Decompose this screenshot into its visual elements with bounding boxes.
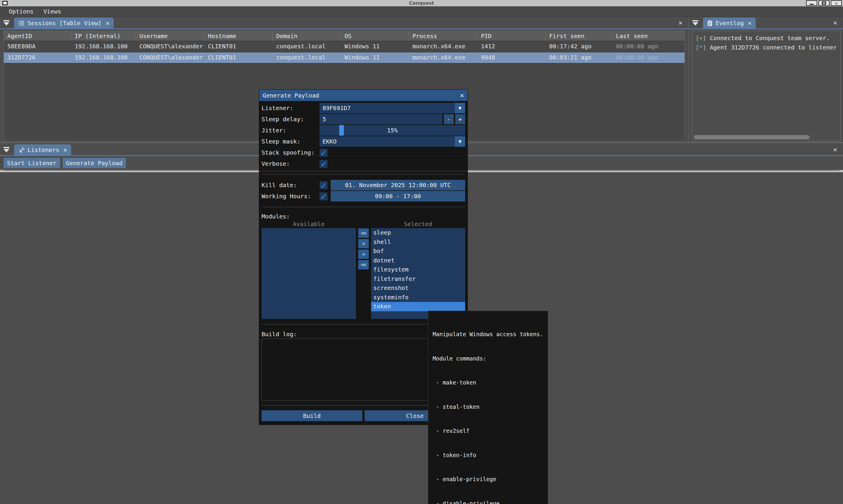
eventlog-panel-close-icon[interactable]: ✕ [833,19,837,26]
module-option-selected[interactable]: token [371,302,465,311]
eventlog-panel: Eventlog ✕ ✕ [+] Connected to Conquest t… [688,17,843,142]
chevron-down-icon[interactable]: ▼ [455,103,465,113]
success-badge: + [699,35,703,41]
tab-eventlog[interactable]: Eventlog ✕ [703,18,756,29]
column-header[interactable]: Callback Hosts [503,170,670,171]
sessions-panel-close-icon[interactable]: ✕ [679,19,682,26]
tab-sessions[interactable]: Sessions [Table View] ✕ [14,18,114,29]
stack-spoofing-checkbox[interactable]: ✓ [320,149,327,157]
kill-date-input[interactable]: 01. November 2025 12:00:00 UTC [331,180,465,190]
tab-eventlog-close-icon[interactable]: ✕ [748,20,752,26]
sleep-delay-decrement-button[interactable]: - [444,114,454,124]
module-option[interactable]: screenshot [371,284,465,293]
column-header[interactable]: First seen [546,31,612,41]
listener-value: 89F691D7 [323,105,351,112]
module-option[interactable]: shell [371,237,465,247]
module-option[interactable]: systeminfo [371,293,465,302]
column-header[interactable]: Process [409,31,478,41]
slider-handle[interactable] [339,125,344,136]
sleep-delay-value: 5 [323,116,326,123]
sleep-delay-row: Sleep delay: 5 - + [262,114,465,124]
sleep-delay-label: Sleep delay: [262,116,320,123]
module-option[interactable]: bof [371,247,465,256]
maximize-icon [822,1,826,5]
sessions-panel-header: Sessions [Table View] ✕ ✕ [0,17,688,29]
column-header[interactable]: Hostname [204,31,273,41]
module-option[interactable]: filesystem [371,265,465,274]
sleep-delay-increment-button[interactable]: + [455,114,465,124]
check-icon: ✓ [321,149,326,157]
eventlog-output: [+] Connected to Conquest team server. [… [692,31,841,141]
minimize-button[interactable] [806,0,817,6]
info-badge: * [699,44,703,51]
session-row-selected[interactable]: 312D7726 192.168.168.100 CONQUEST\alexan… [4,52,684,64]
jitter-slider[interactable]: 15% [320,125,465,136]
listener-label: Listener: [262,105,320,112]
module-option[interactable]: filetransfer [371,274,465,284]
tab-eventlog-label: Eventlog [716,20,744,26]
chevron-down-icon[interactable]: ▼ [455,136,465,147]
panel-collapse-icon[interactable] [3,20,10,26]
cell-last-seen: 00:00:06 ago [612,52,684,63]
separator [262,174,465,175]
tooltip-line: Manipulate Windows access tokens. [433,330,543,339]
kill-date-value: 01. November 2025 12:00:00 UTC [345,182,451,188]
module-option[interactable]: dotnet [371,256,465,265]
column-header[interactable]: Protocol [670,170,839,171]
working-hours-input[interactable]: 09:00 - 17:00 [331,191,465,201]
maximize-button[interactable] [819,0,829,6]
cell-os: Windows 11 [341,41,409,52]
sleep-delay-input[interactable]: 5 [320,114,442,124]
column-header[interactable]: Username [136,31,204,41]
column-header[interactable]: IP (Internal) [71,31,136,41]
separator [262,207,465,207]
selected-modules-list[interactable]: sleep shell bof dotnet filesystem filetr… [371,228,465,319]
dialog-titlebar: Generate Payload ✕ [259,90,467,101]
kill-date-label: Kill date: [262,182,320,188]
column-header[interactable]: ListenerID [4,170,171,171]
close-window-button[interactable]: ✕ [831,0,842,6]
move-all-left-button[interactable]: << [358,260,369,269]
verbose-checkbox[interactable]: ✓ [320,160,327,168]
move-all-right-button[interactable]: >> [358,229,369,238]
move-right-button[interactable]: > [358,239,369,248]
working-hours-checkbox[interactable]: ✓ [320,193,327,200]
jitter-row: Jitter: 15% [262,125,465,136]
close-icon: ✕ [835,1,838,5]
column-header[interactable]: Last seen [612,31,684,41]
listeners-panel-close-icon[interactable]: ✕ [833,146,837,153]
check-icon: ✓ [321,181,326,189]
cell-hostname: CLIENT01 [204,52,273,63]
eventlog-line: [+] Connected to Conquest team server. [696,33,837,43]
module-option[interactable]: sleep [371,228,465,237]
start-listener-button[interactable]: Start Listener [3,158,60,168]
tab-listeners-close-icon[interactable]: ✕ [63,146,67,154]
horizontal-scrollbar[interactable] [694,135,810,139]
jitter-value: 15% [387,127,397,134]
menu-options[interactable]: Options [9,8,33,15]
listener-combobox[interactable]: 89F691D7 ▼ [320,103,465,113]
cell-first-seen: 00:03:21 ago [546,52,612,63]
dialog-close-icon[interactable]: ✕ [460,92,464,99]
panel-collapse-icon[interactable] [3,146,10,152]
working-hours-row: Working Hours: ✓ 09:00 - 17:00 [262,191,465,201]
move-left-button[interactable]: < [358,250,369,259]
column-header[interactable]: PID [478,31,546,41]
menu-views[interactable]: Views [43,8,61,15]
available-header: Available [262,220,356,228]
cell-agent-id: 58EE89DA [4,41,71,52]
kill-date-row: Kill date: ✓ 01. November 2025 12:00:00 … [262,180,465,190]
column-header[interactable]: Domain [273,31,341,41]
tab-sessions-close-icon[interactable]: ✕ [106,20,110,26]
available-modules-list[interactable] [262,228,356,319]
kill-date-checkbox[interactable]: ✓ [320,181,327,189]
column-header[interactable]: AgentID [4,31,71,41]
check-icon: ✓ [321,160,326,168]
column-header[interactable]: OS [341,31,409,41]
sleep-mask-combobox[interactable]: EKKO ▼ [320,136,465,147]
panel-collapse-icon[interactable] [692,20,699,26]
session-row[interactable]: 58EE89DA 192.168.168.100 CONQUEST\alexan… [4,41,684,52]
generate-payload-button[interactable]: Generate Payload [63,158,126,168]
tab-listeners[interactable]: Listeners ✕ [14,144,71,155]
build-button[interactable]: Build [262,410,362,421]
